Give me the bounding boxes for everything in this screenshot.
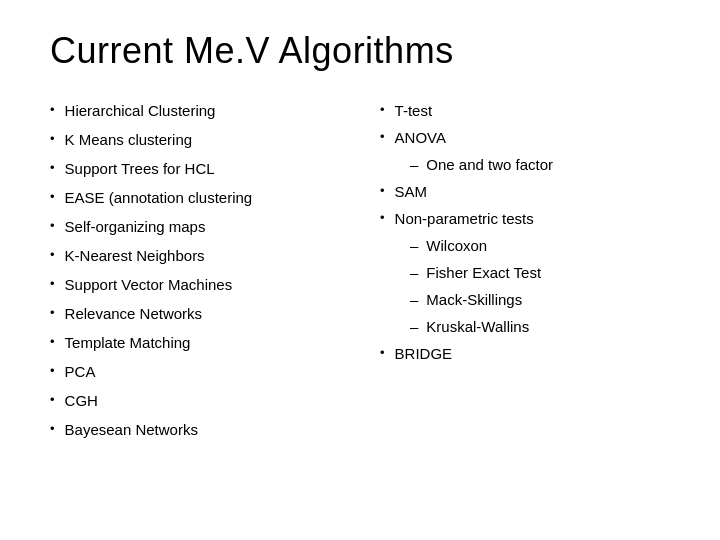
bullet-icon: •: [380, 182, 385, 200]
bullet-icon: •: [380, 344, 385, 362]
list-item: •SAM: [380, 181, 670, 202]
dash-icon: –: [410, 154, 418, 175]
slide: Current Me.V Algorithms •Hierarchical Cl…: [0, 0, 720, 540]
bullet-icon: •: [50, 391, 55, 409]
bullet-icon: •: [50, 101, 55, 119]
bullet-icon: •: [380, 101, 385, 119]
list-item: –Wilcoxon: [380, 235, 670, 256]
dash-icon: –: [410, 262, 418, 283]
bullet-icon: •: [50, 275, 55, 293]
list-item: •Support Trees for HCL: [50, 158, 340, 179]
left-column: •Hierarchical Clustering•K Means cluster…: [50, 100, 340, 510]
list-item: •BRIDGE: [380, 343, 670, 364]
bullet-icon: •: [50, 188, 55, 206]
list-item: •Template Matching: [50, 332, 340, 353]
list-item: –Mack-Skillings: [380, 289, 670, 310]
bullet-icon: •: [50, 304, 55, 322]
content-area: •Hierarchical Clustering•K Means cluster…: [50, 100, 670, 510]
bullet-icon: •: [380, 209, 385, 227]
bullet-icon: •: [50, 217, 55, 235]
list-item: –One and two factor: [380, 154, 670, 175]
right-list: •T-test•ANOVA–One and two factor•SAM•Non…: [380, 100, 670, 364]
list-item: •Non-parametric tests: [380, 208, 670, 229]
list-item: •K Means clustering: [50, 129, 340, 150]
bullet-icon: •: [50, 333, 55, 351]
list-item: •Relevance Networks: [50, 303, 340, 324]
list-item: –Kruskal-Wallins: [380, 316, 670, 337]
list-item: •Support Vector Machines: [50, 274, 340, 295]
bullet-icon: •: [50, 159, 55, 177]
list-item: •K-Nearest Neighbors: [50, 245, 340, 266]
list-item: •Hierarchical Clustering: [50, 100, 340, 121]
list-item: •T-test: [380, 100, 670, 121]
bullet-icon: •: [380, 128, 385, 146]
page-title: Current Me.V Algorithms: [50, 30, 670, 72]
list-item: •ANOVA: [380, 127, 670, 148]
dash-icon: –: [410, 289, 418, 310]
left-list: •Hierarchical Clustering•K Means cluster…: [50, 100, 340, 440]
bullet-icon: •: [50, 420, 55, 438]
bullet-icon: •: [50, 362, 55, 380]
bullet-icon: •: [50, 246, 55, 264]
dash-icon: –: [410, 235, 418, 256]
dash-icon: –: [410, 316, 418, 337]
list-item: •PCA: [50, 361, 340, 382]
list-item: •CGH: [50, 390, 340, 411]
list-item: •EASE (annotation clustering: [50, 187, 340, 208]
list-item: •Bayesean Networks: [50, 419, 340, 440]
list-item: •Self-organizing maps: [50, 216, 340, 237]
bullet-icon: •: [50, 130, 55, 148]
right-column: •T-test•ANOVA–One and two factor•SAM•Non…: [380, 100, 670, 510]
list-item: –Fisher Exact Test: [380, 262, 670, 283]
